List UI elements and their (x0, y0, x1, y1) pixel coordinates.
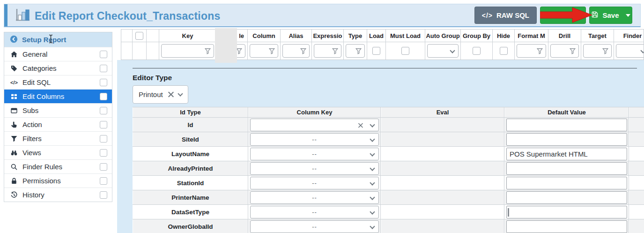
default-value-input-siteid[interactable] (506, 133, 627, 146)
column-key-select-stationid[interactable]: -- (250, 177, 379, 189)
sidebar-checkbox-general[interactable] (100, 51, 107, 58)
sidebar-item-finder-rules[interactable]: Finder Rules (4, 159, 112, 173)
sidebar-checkbox-edit-sql[interactable] (100, 79, 107, 86)
sidebar-checkbox-history[interactable] (100, 191, 107, 199)
table-row: OwnerGlobalId-- (133, 219, 644, 233)
filter-checkbox-load[interactable] (372, 47, 380, 55)
grid-filter-cell-format-m (515, 42, 548, 60)
binoculars-icon (10, 149, 18, 157)
column-key-select-id[interactable] (250, 119, 379, 131)
default-value-input-stationid[interactable] (506, 177, 627, 189)
table-header-extra (629, 107, 644, 117)
remove-icon[interactable] (168, 91, 174, 98)
sidebar-checkbox-permissions[interactable] (100, 177, 107, 185)
sidebar-checkbox-filters[interactable] (100, 135, 107, 143)
sidebar-item-categories[interactable]: Categories (4, 61, 112, 75)
column-key-select-datasettype[interactable]: -- (250, 206, 379, 218)
funnel-icon (10, 135, 18, 143)
sidebar-item-edit-sql[interactable]: </>Edit SQL (4, 75, 112, 89)
sidebar-item-filters[interactable]: Filters (4, 131, 112, 145)
id-type-cell: OwnerGlobalId (133, 219, 248, 233)
sidebar-item-action[interactable]: Action (4, 117, 112, 131)
select-all-checkbox[interactable] (135, 32, 143, 40)
sidebar-item-edit-columns[interactable]: Edit Columns (4, 89, 112, 103)
extra-cell (629, 132, 644, 146)
column-key-select-layoutname[interactable]: -- (250, 148, 379, 160)
filter-input-target[interactable] (583, 44, 612, 58)
sidebar-checkbox-edit-columns[interactable] (100, 93, 107, 100)
home-icon (10, 51, 18, 58)
sidebar-checkbox-subs[interactable] (100, 107, 107, 114)
default-value-input-id[interactable] (506, 119, 627, 131)
filter-input-format-m[interactable] (517, 44, 546, 58)
tag-icon (10, 65, 18, 72)
sidebar-header[interactable]: Setup Report (4, 32, 112, 47)
default-value-cell (504, 118, 629, 132)
sidebar-checkbox-categories[interactable] (100, 65, 107, 72)
column-key-select-printername[interactable]: -- (250, 191, 379, 204)
sidebar-item-permissions[interactable]: Permissions (4, 173, 112, 188)
sidebar-item-label: Edit Columns (22, 92, 100, 100)
filter-input-type[interactable] (346, 44, 365, 58)
filter-select-auto-group[interactable] (427, 44, 459, 58)
column-key-select-ownerglobalid[interactable]: -- (250, 220, 379, 233)
grid-column-header-group-by: Group By (461, 30, 493, 42)
page-title: Edit Report Checkout_Transactions (35, 10, 220, 23)
grid-column-header-target: Target (581, 30, 614, 42)
column-key-select-siteid[interactable]: -- (250, 133, 379, 146)
chevron-down-icon (370, 209, 375, 214)
filter-input-key[interactable] (161, 44, 214, 58)
default-value-input-datasettype[interactable] (506, 206, 627, 218)
default-value-input-layoutname[interactable]: POS Supermarket HTML (506, 148, 627, 160)
table-row: DataSetType-- (133, 205, 644, 219)
column-key-cell: -- (248, 132, 381, 146)
sidebar-item-history[interactable]: History (4, 188, 112, 202)
filter-select-finder[interactable] (616, 44, 644, 58)
sidebar-item-label: Finder Rules (22, 163, 100, 171)
chevron-down-icon[interactable] (178, 91, 183, 96)
clear-icon[interactable] (358, 122, 363, 128)
filter-input-expressio[interactable] (314, 44, 341, 58)
filter-input-column[interactable] (250, 44, 278, 58)
sidebar-checkbox-finder-rules[interactable] (100, 163, 107, 171)
chevron-down-icon (370, 151, 375, 156)
default-value-cell (504, 205, 629, 219)
id-type-cell: Id (133, 118, 248, 132)
grid-filter-cell-alias (281, 42, 312, 60)
filter-checkbox-hide[interactable] (500, 47, 508, 55)
raw-sql-button[interactable]: </> RAW SQL (474, 7, 537, 24)
grid-filter-cell-load (367, 42, 386, 60)
filter-input-drill[interactable] (550, 44, 579, 58)
text-caret (508, 208, 509, 217)
default-value-cell: POS Supermarket HTML (504, 147, 629, 161)
sidebar-checkbox-views[interactable] (100, 149, 107, 157)
sidebar-item-subs[interactable]: Subs (4, 103, 112, 117)
grid-filter-cell-0 (121, 42, 133, 60)
column-key-select-alreadyprinted[interactable]: -- (250, 162, 379, 175)
default-value-input-alreadyprinted[interactable] (506, 162, 627, 175)
back-circle-icon[interactable] (10, 35, 18, 45)
grid-filter-cell-finder (614, 42, 644, 60)
filter-checkbox-group-by[interactable] (473, 47, 481, 55)
filter-checkbox-must-load[interactable] (401, 47, 409, 55)
filter-input-alias[interactable] (282, 44, 310, 58)
id-type-label: Id (188, 121, 193, 128)
id-type-label: AlreadyPrinted (168, 165, 213, 172)
sidebar-item-general[interactable]: General (4, 47, 112, 61)
sidebar-item-views[interactable]: Views (4, 145, 112, 159)
select-value: -- (312, 194, 317, 201)
bar-chart-icon (15, 8, 30, 24)
editor-type-select[interactable]: Printout (133, 85, 188, 104)
grid-filter-cell-must-load (386, 42, 425, 60)
chevron-down-icon (370, 122, 375, 127)
default-value-input-ownerglobalid[interactable] (506, 220, 627, 233)
table-header-default-value: Default Value (504, 107, 629, 117)
save-dropdown-caret[interactable] (626, 14, 630, 17)
sidebar-checkbox-action[interactable] (100, 121, 107, 128)
default-value-input-printername[interactable] (506, 191, 627, 204)
grid-filter-cell-key (159, 42, 216, 60)
save-button[interactable]: Save (589, 7, 632, 24)
default-value-cell (504, 219, 629, 233)
id-type-cell: PrinterName (133, 190, 248, 204)
extra-cell (629, 176, 644, 190)
